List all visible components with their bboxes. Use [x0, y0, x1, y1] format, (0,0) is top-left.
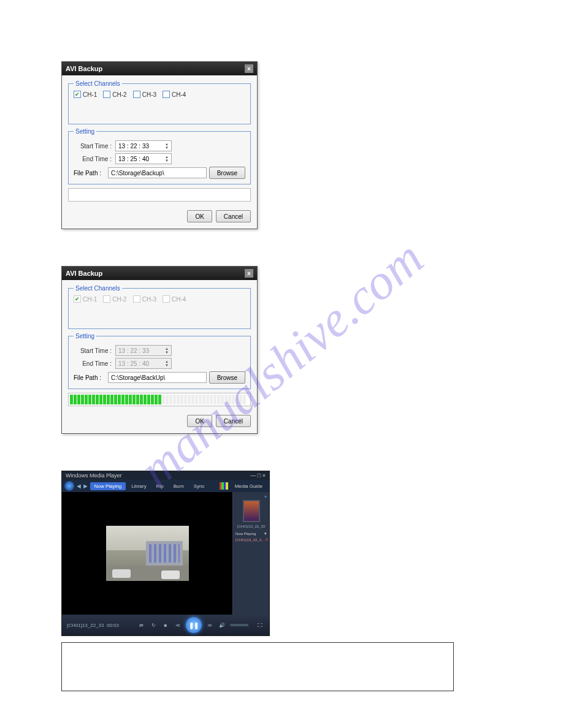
- note-box: [61, 642, 454, 691]
- start-time-stepper: 13 : 22 : 33 ▲▼: [115, 345, 172, 356]
- wmp-tabs: ◄► Now Playing Library Rip Burn Sync Med…: [62, 480, 269, 492]
- tab-media-guide[interactable]: Media Guide: [231, 482, 267, 490]
- file-path-input[interactable]: C:\Storage\Backup\: [108, 167, 207, 178]
- video-frame: [106, 526, 189, 581]
- dialog-titlebar[interactable]: AVI Backup ×: [62, 267, 257, 280]
- playlist-thumbnail[interactable]: [243, 500, 260, 522]
- file-path-input[interactable]: C:\Storage\BackUp\: [108, 372, 207, 383]
- spinner-arrows-icon: ▲▼: [165, 347, 169, 354]
- fullscreen-icon[interactable]: ⛶: [256, 621, 264, 629]
- next-icon[interactable]: ≫: [205, 621, 214, 629]
- playlist-pane: » [CH01]13_22_33 Now Playing ▾ [CH01]13_…: [232, 492, 269, 615]
- channels-fieldset: Select Channels ✔ CH-1 CH-2 CH-3 CH-4: [68, 285, 251, 329]
- playlist-title: [CH01]13_22_33: [236, 525, 267, 528]
- chevron-icon[interactable]: ▾: [264, 531, 267, 536]
- end-time-stepper[interactable]: 13 : 25 : 40 ▲▼: [115, 153, 172, 164]
- stop-icon[interactable]: ■: [161, 621, 170, 629]
- start-time-label: Start Time :: [74, 347, 112, 354]
- browse-button[interactable]: Browse: [209, 371, 245, 384]
- channel-ch1[interactable]: ✔ CH-1: [74, 91, 97, 98]
- checkbox-icon[interactable]: [133, 91, 140, 98]
- progress-bar: [68, 188, 251, 202]
- status-file: [CH01]13_22_33: [67, 623, 104, 628]
- end-time-label: End Time :: [74, 360, 112, 367]
- now-playing-row: Now Playing ▾: [236, 531, 267, 537]
- tab-sync[interactable]: Sync: [190, 482, 209, 490]
- playlist-item[interactable]: [CH01]13_22_3… ✕: [236, 537, 267, 543]
- spinner-arrows-icon[interactable]: ▲▼: [165, 155, 169, 162]
- channel-ch2[interactable]: CH-2: [103, 91, 126, 98]
- checkbox-icon: [103, 295, 110, 303]
- channel-ch3: CH-3: [133, 295, 156, 303]
- checkbox-icon: [133, 295, 140, 303]
- file-path-label: File Path :: [74, 374, 105, 381]
- close-icon[interactable]: ×: [245, 64, 253, 73]
- channel-ch3[interactable]: CH-3: [133, 91, 156, 98]
- play-pause-button[interactable]: ❚❚: [186, 617, 202, 633]
- tab-burn[interactable]: Burn: [169, 482, 188, 490]
- status-time: 00:03: [107, 623, 119, 628]
- wmp-logo-icon[interactable]: [64, 481, 74, 491]
- playlist-toggle-icon[interactable]: »: [236, 495, 267, 499]
- spinner-arrows-icon: ▲▼: [165, 360, 169, 367]
- setting-legend: Setting: [74, 333, 96, 339]
- end-time-stepper: 13 : 25 : 40 ▲▼: [115, 358, 172, 369]
- checkbox-checked-icon: ✔: [74, 295, 81, 303]
- cancel-button[interactable]: Cancel: [216, 415, 251, 427]
- channel-ch1: ✔ CH-1: [74, 295, 97, 303]
- checkbox-icon: [163, 295, 170, 303]
- avi-backup-dialog-1: AVI Backup × Select Channels ✔ CH-1 CH-2…: [61, 61, 258, 229]
- tab-library[interactable]: Library: [127, 482, 150, 490]
- nav-back-icon[interactable]: ◄►: [75, 482, 89, 490]
- volume-slider[interactable]: [230, 624, 248, 626]
- tab-now-playing[interactable]: Now Playing: [90, 482, 126, 490]
- tab-rip[interactable]: Rip: [152, 482, 168, 490]
- dialog-title-text: AVI Backup: [66, 270, 102, 277]
- repeat-icon[interactable]: ↻: [149, 621, 158, 629]
- start-time-label: Start Time :: [74, 143, 112, 150]
- close-icon[interactable]: ×: [245, 269, 253, 278]
- app-title: Windows Media Player: [66, 472, 122, 479]
- spinner-arrows-icon[interactable]: ▲▼: [165, 142, 169, 150]
- ok-button[interactable]: OK: [187, 415, 212, 427]
- media-player-window: Windows Media Player — □ × ◄► Now Playin…: [61, 471, 270, 636]
- channels-legend: Select Channels: [74, 285, 122, 292]
- ok-button[interactable]: OK: [187, 210, 212, 222]
- player-controls: [CH01]13_22_33 00:03 ⇄ ↻ ■ ≪ ❚❚ ≫ 🔊 ⛶: [62, 615, 269, 635]
- channels-legend: Select Channels: [74, 80, 122, 87]
- checkbox-checked-icon[interactable]: ✔: [74, 91, 81, 98]
- browse-button[interactable]: Browse: [209, 167, 245, 179]
- checkbox-icon[interactable]: [103, 91, 110, 98]
- dialog-titlebar[interactable]: AVI Backup ×: [62, 62, 257, 75]
- dialog-title-text: AVI Backup: [66, 65, 102, 72]
- channels-fieldset: Select Channels ✔ CH-1 CH-2 CH-3 CH-4: [68, 80, 251, 124]
- channel-ch2: CH-2: [103, 295, 126, 303]
- cancel-button[interactable]: Cancel: [216, 210, 251, 222]
- remove-icon[interactable]: ✕: [265, 537, 269, 542]
- progress-bar: [68, 393, 251, 406]
- video-area[interactable]: [62, 492, 232, 615]
- wmp-titlebar[interactable]: Windows Media Player — □ ×: [62, 471, 269, 480]
- avi-backup-dialog-2: AVI Backup × Select Channels ✔ CH-1 CH-2…: [61, 266, 258, 434]
- start-time-stepper[interactable]: 13 : 22 : 33 ▲▼: [115, 140, 172, 151]
- channel-ch4: CH-4: [163, 295, 186, 303]
- shuffle-icon[interactable]: ⇄: [137, 621, 145, 629]
- end-time-label: End Time :: [74, 156, 112, 162]
- setting-fieldset: Setting Start Time : 13 : 22 : 33 ▲▼ End…: [68, 128, 251, 184]
- checkbox-icon[interactable]: [163, 91, 170, 98]
- windows-flag-icon: [220, 482, 228, 490]
- setting-legend: Setting: [74, 128, 96, 135]
- setting-fieldset: Setting Start Time : 13 : 22 : 33 ▲▼ End…: [68, 333, 251, 389]
- volume-icon[interactable]: 🔊: [218, 621, 226, 629]
- file-path-label: File Path :: [74, 170, 105, 176]
- channel-ch4[interactable]: CH-4: [163, 91, 186, 98]
- prev-icon[interactable]: ≪: [174, 621, 182, 629]
